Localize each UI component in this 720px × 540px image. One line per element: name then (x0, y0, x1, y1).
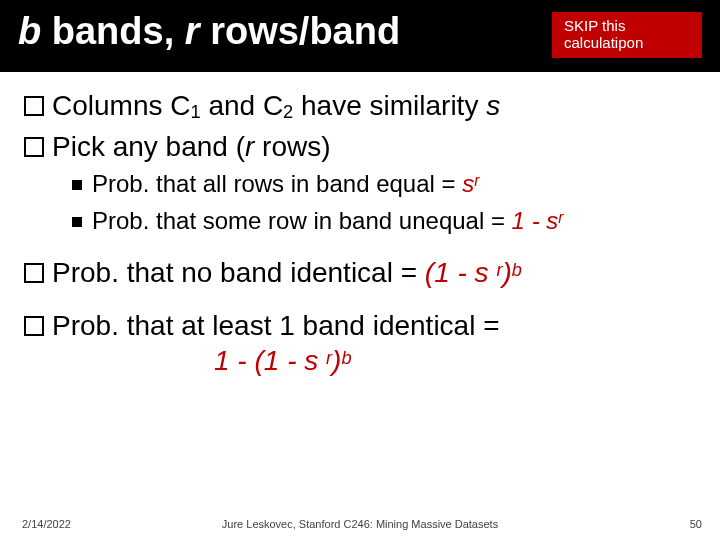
title-text-bands: bands, (41, 10, 185, 52)
eq: 1 - sr (512, 207, 564, 234)
eq-a: (1 - s (425, 257, 497, 288)
text: Pick any band ( (52, 131, 245, 162)
eq-b: ) (502, 257, 511, 288)
bullet-pick-band: Pick any band (r rows) (24, 129, 696, 164)
text: rows) (254, 131, 330, 162)
var-r: r (245, 131, 254, 162)
eq: (1 - s r)b (425, 257, 522, 288)
bullet-at-least-one-band-identical: Prob. that at least 1 band identical = (24, 308, 696, 343)
eq-sup-b: b (512, 260, 522, 280)
hollow-square-icon (24, 96, 44, 116)
sub-bullet-some-row-unequal: Prob. that some row in band unequal = 1 … (72, 205, 696, 237)
eq: sr (462, 170, 479, 197)
eq-sup: r (474, 172, 479, 189)
slide-title: b bands, r rows/band (18, 10, 400, 53)
hollow-square-icon (24, 316, 44, 336)
eq-sup-b: b (341, 348, 351, 368)
text: Columns C (52, 90, 190, 121)
filled-square-icon (72, 217, 82, 227)
text: Prob. that no band identical = (52, 257, 425, 288)
eq-at-least-one: 1 - (1 - s r)b (214, 345, 696, 377)
footer-page-number: 50 (690, 518, 702, 530)
text: and C (201, 90, 284, 121)
text: Prob. that at least 1 band identical = (52, 310, 500, 341)
slide-body: Columns C1 and C2 have similarity s Pick… (0, 72, 720, 378)
skip-callout: SKIP this calculatipon (552, 12, 702, 58)
title-text-rows: rows/band (200, 10, 401, 52)
title-var-b: b (18, 10, 41, 52)
hollow-square-icon (24, 263, 44, 283)
filled-square-icon (72, 180, 82, 190)
text: have similarity (293, 90, 486, 121)
var-s: s (486, 90, 500, 121)
bullet-columns: Columns C1 and C2 have similarity s (24, 88, 696, 124)
text: Prob. that some row in band unequal = (92, 207, 512, 234)
eq-b: ) (332, 345, 341, 376)
eq-base: s (462, 170, 474, 197)
eq-a: 1 - (1 - s (214, 345, 326, 376)
slide: b bands, r rows/band SKIP this calculati… (0, 0, 720, 540)
skip-line-1: SKIP this (564, 17, 690, 34)
sub-bullet-all-rows-equal: Prob. that all rows in band equal = sr (72, 168, 696, 200)
subscript: 1 (190, 102, 200, 122)
subscript: 2 (283, 102, 293, 122)
eq-a: 1 - s (512, 207, 559, 234)
text: Prob. that all rows in band equal = (92, 170, 462, 197)
hollow-square-icon (24, 137, 44, 157)
title-var-r: r (185, 10, 200, 52)
footer-credit: Jure Leskovec, Stanford C246: Mining Mas… (0, 518, 720, 530)
bullet-no-band-identical: Prob. that no band identical = (1 - s r)… (24, 255, 696, 290)
title-bar: b bands, r rows/band SKIP this calculati… (0, 0, 720, 72)
skip-line-2: calculatipon (564, 34, 690, 51)
eq-sup: r (558, 209, 563, 226)
